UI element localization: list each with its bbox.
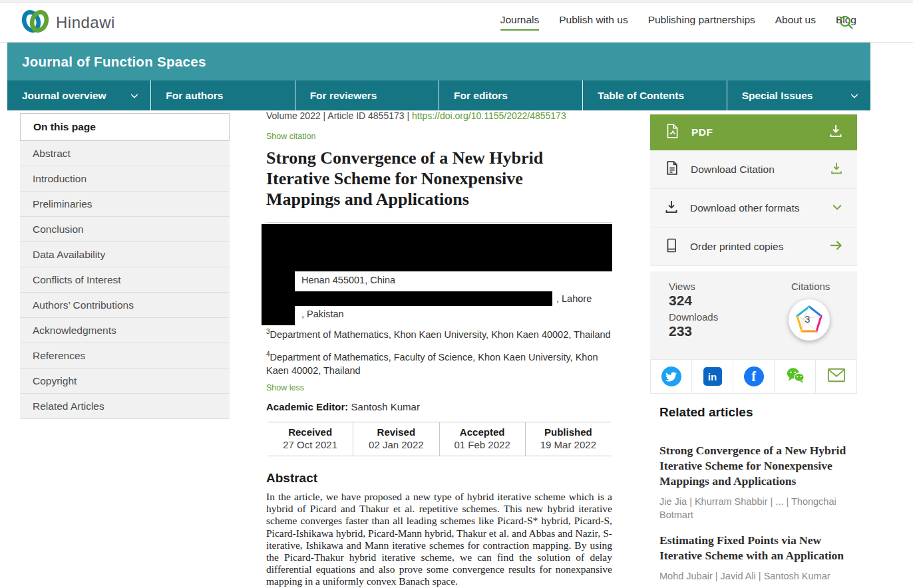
chevron-down-icon bbox=[849, 90, 860, 101]
download-icon bbox=[663, 199, 679, 218]
date-accepted: Accepted 01 Feb 2022 bbox=[439, 422, 525, 456]
doi-link[interactable]: https://doi.org/10.1155/2022/4855173 bbox=[412, 110, 566, 121]
share-wechat-button[interactable] bbox=[775, 360, 816, 393]
toc-item-conflicts-of-interest[interactable]: Conflicts of Interest bbox=[20, 267, 230, 293]
brand-name: Hindawi bbox=[56, 13, 115, 32]
share-facebook-button[interactable]: f bbox=[733, 360, 775, 393]
on-this-page-panel: On this page Abstract Introduction Preli… bbox=[20, 113, 230, 419]
date-received: Received 27 Oct 2021 bbox=[268, 422, 353, 456]
nav-publishing-partnerships[interactable]: Publishing partnerships bbox=[648, 14, 755, 31]
toc-item-preliminaries[interactable]: Preliminaries bbox=[20, 192, 230, 217]
abstract-heading: Abstract bbox=[266, 471, 317, 486]
right-sidebar: PDF Download Citation bbox=[650, 114, 857, 588]
nav-publish-with-us[interactable]: Publish with us bbox=[559, 14, 628, 31]
citations-label: Citations bbox=[791, 281, 830, 292]
views-count: 324 bbox=[669, 293, 692, 309]
dates-table: Received 27 Oct 2021 Revised 02 Jan 2022… bbox=[268, 422, 611, 456]
menu-journal-overview[interactable]: Journal overview bbox=[7, 80, 150, 110]
toc-header: On this page bbox=[20, 113, 230, 141]
share-linkedin-button[interactable]: in bbox=[692, 360, 733, 393]
linkedin-icon: in bbox=[703, 367, 722, 386]
date-published: Published 19 Mar 2022 bbox=[525, 422, 611, 456]
show-citation-link[interactable]: Show citation bbox=[266, 132, 315, 141]
date-revised: Revised 02 Jan 2022 bbox=[353, 422, 439, 456]
site-header: Hindawi Journals Publish with us Publish… bbox=[0, 3, 913, 43]
menu-special-issues-label: Special Issues bbox=[742, 90, 813, 102]
facebook-icon: f bbox=[744, 367, 764, 386]
date-received-label: Received bbox=[268, 426, 353, 438]
download-icon bbox=[829, 161, 844, 178]
date-revised-label: Revised bbox=[353, 426, 439, 438]
journal-title: Journal of Function Spaces bbox=[7, 54, 206, 70]
toc-item-introduction[interactable]: Introduction bbox=[20, 166, 230, 192]
toc-item-conclusion[interactable]: Conclusion bbox=[20, 217, 230, 242]
toc-item-related-articles[interactable]: Related Articles bbox=[20, 394, 230, 419]
facebook-glyph: f bbox=[751, 369, 756, 384]
volume-article-id: Volume 2022 | Article ID 4855173 | bbox=[266, 110, 412, 121]
metrics-panel: Views 324 Downloads 233 Citations bbox=[650, 271, 857, 359]
affiliation-1-tail: Henan 455001, China bbox=[301, 275, 395, 285]
date-accepted-label: Accepted bbox=[440, 426, 525, 438]
pdf-label: PDF bbox=[691, 126, 828, 138]
twitter-icon bbox=[661, 367, 681, 386]
linkedin-glyph: in bbox=[708, 371, 717, 382]
menu-special-issues[interactable]: Special Issues bbox=[727, 80, 870, 110]
order-printed-copies-button[interactable]: Order printed copies bbox=[650, 227, 857, 266]
nav-about-us[interactable]: About us bbox=[775, 14, 816, 31]
download-citation-button[interactable]: Download Citation bbox=[650, 150, 857, 189]
related-article-2-title[interactable]: Estimating Fixed Points via New Iterativ… bbox=[659, 533, 852, 563]
show-less-link[interactable]: Show less bbox=[266, 383, 304, 392]
affiliation-4-text: Department of Mathematics, Faculty of Sc… bbox=[266, 352, 598, 376]
citations-count: 3 bbox=[805, 313, 810, 325]
downloads-label: Downloads bbox=[669, 311, 718, 323]
order-printed-copies-label: Order printed copies bbox=[690, 241, 828, 253]
date-published-label: Published bbox=[526, 426, 611, 438]
share-email-button[interactable] bbox=[816, 360, 856, 393]
share-twitter-button[interactable] bbox=[651, 360, 692, 393]
date-received-value: 27 Oct 2021 bbox=[268, 439, 353, 450]
date-revised-value: 02 Jan 2022 bbox=[353, 439, 439, 450]
redacted-affiliation-bar bbox=[262, 291, 552, 306]
download-other-formats-button[interactable]: Download other formats bbox=[650, 189, 857, 227]
academic-editor-label: Academic Editor: bbox=[266, 401, 351, 412]
article-meta: Volume 2022 | Article ID 4855173 | https… bbox=[266, 110, 566, 121]
wechat-icon bbox=[785, 367, 805, 386]
chevron-down-icon bbox=[830, 200, 844, 216]
toc-item-references[interactable]: References bbox=[20, 343, 230, 368]
affiliation-2-tail: , Pakistan bbox=[301, 309, 344, 319]
download-other-formats-label: Download other formats bbox=[690, 202, 830, 214]
affiliation-4: 4Department of Mathematics, Faculty of S… bbox=[266, 348, 612, 377]
hindawi-logo[interactable]: Hindawi bbox=[20, 6, 115, 39]
hindawi-logo-icon bbox=[20, 6, 51, 39]
download-icon bbox=[828, 123, 844, 142]
pdf-download-button[interactable]: PDF bbox=[650, 114, 857, 150]
menu-for-editors-label: For editors bbox=[454, 90, 508, 102]
academic-editor-name: Santosh Kumar bbox=[351, 401, 420, 412]
email-icon bbox=[827, 368, 846, 385]
journal-banner: Journal of Function Spaces bbox=[7, 43, 870, 80]
toc-item-authors-contributions[interactable]: Authors’ Contributions bbox=[20, 293, 230, 318]
academic-editor: Academic Editor: Santosh Kumar bbox=[266, 401, 420, 412]
nav-journals[interactable]: Journals bbox=[500, 14, 540, 31]
citations-dimensions-badge[interactable]: 3 bbox=[789, 299, 830, 341]
related-article-2-authors: Mohd Jubair | Javid Ali | Santosh Kumar bbox=[659, 569, 852, 583]
menu-for-reviewers-label: For reviewers bbox=[310, 90, 377, 102]
download-citation-label: Download Citation bbox=[691, 164, 829, 176]
abstract-text: In the article, we have proposed a new t… bbox=[266, 491, 612, 588]
toc-item-abstract[interactable]: Abstract bbox=[20, 141, 230, 166]
affiliation-3-text: Department of Mathematics, Khon Kaen Uni… bbox=[270, 329, 611, 340]
article-title: Strong Convergence of a New Hybrid Itera… bbox=[266, 148, 586, 210]
page: Hindawi Journals Publish with us Publish… bbox=[0, 0, 913, 588]
menu-journal-overview-label: Journal overview bbox=[22, 90, 106, 102]
toc-item-copyright[interactable]: Copyright bbox=[20, 368, 230, 394]
book-icon bbox=[663, 237, 679, 256]
menu-table-of-contents-label: Table of Contents bbox=[598, 90, 684, 102]
search-icon[interactable] bbox=[838, 15, 854, 33]
article-main: Volume 2022 | Article ID 4855173 | https… bbox=[266, 106, 612, 588]
menu-for-authors-label: For authors bbox=[166, 90, 223, 102]
toc-item-data-availability[interactable]: Data Availability bbox=[20, 242, 230, 267]
related-article-1-title[interactable]: Strong Convergence of a New Hybrid Itera… bbox=[659, 443, 852, 489]
redacted-authors-block bbox=[262, 224, 612, 271]
toc-item-acknowledgments[interactable]: Acknowledgments bbox=[20, 318, 230, 343]
arrow-right-icon bbox=[828, 237, 844, 256]
